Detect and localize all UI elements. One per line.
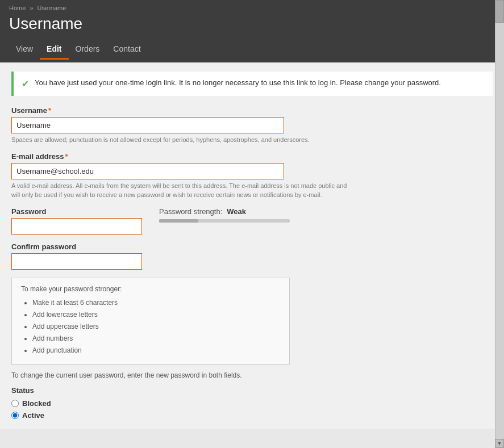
radio-group: Blocked Active [11, 399, 493, 420]
tab-contact[interactable]: Contact [106, 40, 147, 60]
page-title: Username [9, 15, 495, 33]
strength-label: Password strength: [159, 207, 222, 216]
change-hint: To change the current user password, ent… [11, 371, 493, 379]
email-input[interactable] [11, 163, 284, 179]
tabs-nav: View Edit Orders Contact [9, 40, 495, 60]
tip-item-1: Make it at least 6 characters [32, 298, 280, 308]
tab-orders[interactable]: Orders [69, 40, 107, 60]
header-bar: Home » Username Username View Edit Order… [0, 0, 504, 62]
username-input[interactable] [11, 117, 284, 133]
email-group: E-mail address* A valid e-mail address. … [11, 152, 493, 199]
tab-edit[interactable]: Edit [40, 40, 68, 60]
alert-success: ✔ You have just used your one-time login… [11, 72, 493, 96]
breadcrumb-separator: » [30, 5, 33, 11]
password-tips-box: To make your password stronger: Make it … [11, 278, 290, 365]
password-label: Password [11, 207, 142, 216]
scrollbar[interactable]: ▼ [495, 0, 504, 448]
password-row: Password Password strength: Weak [11, 207, 493, 235]
email-required-star: * [65, 152, 68, 161]
password-strength-block: Password strength: Weak [159, 207, 290, 223]
radio-item-blocked: Blocked [11, 399, 493, 408]
tip-item-5: Add punctuation [32, 345, 280, 355]
radio-active[interactable] [11, 412, 19, 419]
scrollbar-down-arrow[interactable]: ▼ [495, 439, 504, 448]
password-input[interactable] [11, 218, 142, 235]
username-required-star: * [48, 106, 51, 115]
confirm-password-input[interactable] [11, 253, 142, 270]
breadcrumb: Home » Username [9, 5, 495, 11]
radio-active-label[interactable]: Active [22, 411, 44, 420]
username-hint: Spaces are allowed; punctuation is not a… [11, 136, 352, 144]
radio-blocked[interactable] [11, 400, 19, 407]
email-hint: A valid e-mail address. All e-mails from… [11, 182, 352, 199]
username-label: Username* [11, 106, 493, 115]
tip-item-2: Add lowercase letters [32, 309, 280, 320]
status-section: Status Blocked Active [11, 386, 493, 420]
content-area: ✔ You have just used your one-time login… [0, 62, 504, 429]
breadcrumb-home[interactable]: Home [9, 5, 26, 11]
tip-item-3: Add uppercase letters [32, 321, 280, 332]
check-icon: ✔ [22, 78, 29, 89]
breadcrumb-current: Username [38, 5, 66, 11]
strength-value: Weak [227, 207, 246, 216]
email-label: E-mail address* [11, 152, 493, 161]
strength-label-row: Password strength: Weak [159, 207, 290, 216]
alert-message: You have just used your one-time login l… [35, 78, 441, 87]
status-title: Status [11, 386, 493, 395]
radio-item-active: Active [11, 411, 493, 420]
strength-bar-bg [159, 219, 290, 223]
strength-bar-fill [159, 219, 198, 223]
username-group: Username* Spaces are allowed; punctuatio… [11, 106, 493, 144]
confirm-password-group: Confirm password [11, 242, 493, 270]
tab-view[interactable]: View [9, 40, 40, 60]
tips-list: Make it at least 6 characters Add lowerc… [21, 298, 280, 355]
tips-title: To make your password stronger: [21, 285, 280, 293]
confirm-password-label: Confirm password [11, 242, 493, 251]
radio-blocked-label[interactable]: Blocked [22, 399, 51, 408]
password-left: Password [11, 207, 142, 235]
scrollbar-thumb[interactable] [495, 0, 504, 23]
tip-item-4: Add numbers [32, 333, 280, 344]
